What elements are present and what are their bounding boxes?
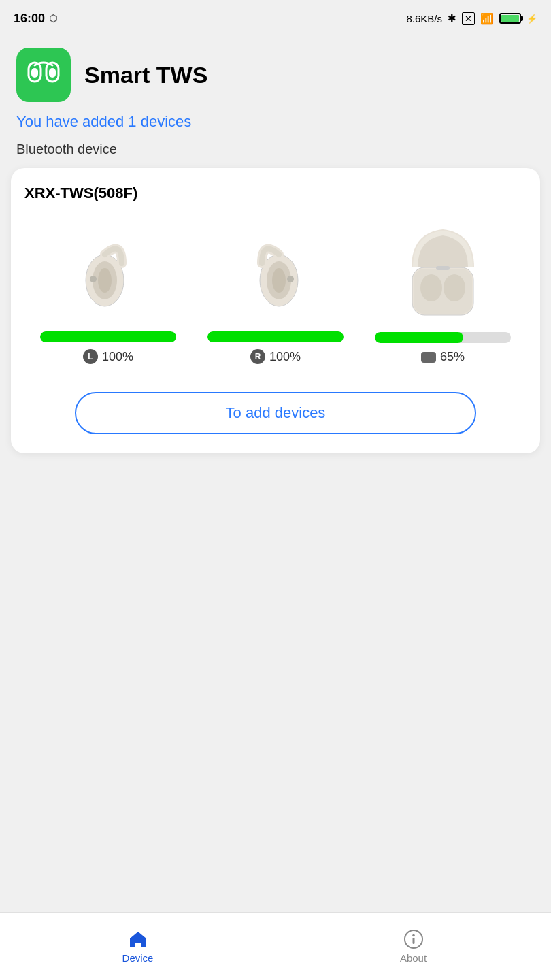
left-percent: 100% <box>102 350 133 364</box>
earbuds-row: L 100% <box>24 216 527 364</box>
svg-rect-2 <box>31 68 38 78</box>
right-earbud-image <box>235 216 316 325</box>
network-icon: ⬡ <box>49 13 57 24</box>
svg-point-14 <box>420 274 442 301</box>
case-image <box>399 216 487 325</box>
right-battery-label: R 100% <box>250 349 301 364</box>
case-badge <box>421 352 436 363</box>
case-battery-label: 65% <box>421 350 465 364</box>
device-card: XRX-TWS(508F) L <box>11 168 540 453</box>
battery-icon <box>499 13 521 24</box>
status-bar: 16:00 ⬡ 8.6KB/s ✱ ✕ 📶 ⚡ <box>0 0 551 34</box>
case-battery-bar <box>375 332 510 343</box>
info-icon <box>403 929 424 949</box>
add-devices-button[interactable]: To add devices <box>75 392 476 434</box>
status-time: 16:00 ⬡ <box>14 12 57 26</box>
svg-point-6 <box>98 268 112 293</box>
app-icon <box>16 48 71 102</box>
subtitle: You have added 1 devices <box>0 110 551 136</box>
left-battery-label: L 100% <box>83 349 133 364</box>
case-battery-fill <box>375 332 463 343</box>
section-label: Bluetooth device <box>0 136 551 163</box>
wifi-icon: 📶 <box>480 12 494 25</box>
right-battery-fill <box>207 331 343 342</box>
status-right: 8.6KB/s ✱ ✕ 📶 ⚡ <box>406 12 537 25</box>
right-percent: 100% <box>269 350 301 364</box>
battery-bolt: ⚡ <box>527 14 537 24</box>
bluetooth-icon: ✱ <box>448 12 456 24</box>
svg-rect-16 <box>436 266 450 270</box>
about-nav-label: About <box>400 952 427 964</box>
case-percent: 65% <box>440 350 465 364</box>
left-earbud-image <box>67 216 149 325</box>
home-icon <box>128 929 148 949</box>
card-divider <box>24 378 527 378</box>
close-icon: ✕ <box>462 12 475 25</box>
time-text: 16:00 <box>14 12 45 26</box>
svg-rect-18 <box>412 938 414 944</box>
right-earbud-item: R 100% <box>200 216 350 364</box>
network-speed: 8.6KB/s <box>406 13 442 24</box>
nav-item-device[interactable]: Device <box>0 913 276 980</box>
right-battery-bar <box>207 331 343 342</box>
bottom-nav: Device About <box>0 912 551 980</box>
nav-item-about[interactable]: About <box>276 913 551 980</box>
svg-point-11 <box>287 276 294 282</box>
left-battery-bar <box>40 331 176 342</box>
app-title: Smart TWS <box>84 62 207 88</box>
svg-point-7 <box>90 276 97 282</box>
device-nav-label: Device <box>122 952 154 964</box>
case-item: 65% <box>367 216 518 364</box>
left-earbud-item: L 100% <box>33 216 183 364</box>
svg-point-19 <box>412 934 415 937</box>
device-name: XRX-TWS(508F) <box>24 184 527 202</box>
content-spacer <box>0 464 551 912</box>
app-header: Smart TWS <box>0 34 551 110</box>
right-badge: R <box>250 349 265 364</box>
svg-point-15 <box>444 274 465 301</box>
left-badge: L <box>83 349 98 364</box>
svg-point-10 <box>272 268 286 293</box>
svg-rect-3 <box>49 68 56 78</box>
left-battery-fill <box>40 331 176 342</box>
